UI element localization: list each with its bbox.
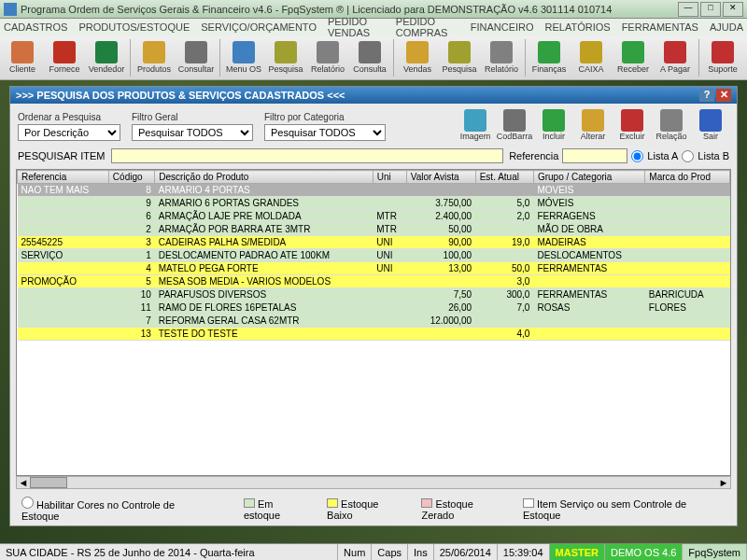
toolbar-finanças[interactable]: Finanças: [529, 37, 570, 78]
col-header[interactable]: Valor Avista: [406, 171, 475, 184]
action-sair[interactable]: Sair: [692, 109, 729, 141]
search-input[interactable]: [111, 148, 504, 163]
lista-a-radio[interactable]: [631, 150, 643, 162]
table-row[interactable]: 11RAMO DE FLORES 16PETALAS26,007,0ROSASF…: [18, 301, 730, 315]
toolbar-pesquisa[interactable]: Pesquisa: [265, 37, 306, 78]
close-button[interactable]: ✕: [723, 2, 743, 17]
menu-pedido compras[interactable]: PEDIDO COMPRAS: [396, 16, 459, 38]
table-row[interactable]: 13TESTE DO TESTE4,0: [18, 328, 730, 341]
table-row[interactable]: 10PARAFUSOS DIVERSOS7,50300,0FERRAMENTAS…: [18, 288, 730, 301]
table-row[interactable]: NAO TEM MAIS8ARMARIO 4 PORTASMOVEIS: [18, 184, 730, 197]
search-label: PESQUISAR ITEM: [18, 150, 106, 161]
menu-pedido vendas[interactable]: PEDIDO VENDAS: [328, 16, 385, 38]
table-row[interactable]: 255452253CADEIRAS PALHA S/MEDIDAUNI90,00…: [18, 236, 730, 249]
table-row[interactable]: 9ARMARIO 6 PORTAS GRANDES3.750,005,0MÓVE…: [18, 197, 730, 210]
ref-label: Referencia: [509, 150, 558, 161]
minimize-button[interactable]: —: [678, 2, 698, 17]
col-header[interactable]: Grupo / Categoria: [533, 171, 644, 184]
col-header[interactable]: Marca do Prod: [645, 171, 730, 184]
enable-colors-radio[interactable]: [21, 497, 34, 509]
toolbar-relatório[interactable]: Relatório: [481, 37, 522, 78]
products-grid[interactable]: ReferenciaCódigoDescrição do ProdutoUniV…: [16, 169, 731, 476]
statusbar: SUA CIDADE - RS 25 de Junho de 2014 - Qu…: [0, 543, 747, 560]
col-header[interactable]: Est. Atual: [475, 171, 533, 184]
table-row[interactable]: 2ARMAÇÃO POR BARRA ATE 3MTRMTR50,00MÃO D…: [18, 223, 730, 236]
filter-select[interactable]: Pesquisar TODOS: [132, 124, 253, 141]
lista-b-radio[interactable]: [682, 150, 694, 162]
menu-cadastros[interactable]: CADASTROS: [4, 21, 67, 33]
toolbar-a pagar[interactable]: A Pagar: [655, 37, 696, 78]
menu-produtos/estoque[interactable]: PRODUTOS/ESTOQUE: [78, 21, 190, 33]
toolbar-menu os[interactable]: Menu OS: [223, 37, 264, 78]
panel-help-button[interactable]: ?: [699, 89, 714, 102]
status-location: SUA CIDADE - RS 25 de Junho de 2014 - Qu…: [0, 544, 338, 560]
status-master: MASTER: [550, 544, 605, 560]
table-row[interactable]: SERVIÇO1DESLOCAMENTO PADRAO ATE 100KMUNI…: [18, 249, 730, 262]
action-alterar[interactable]: Alterar: [574, 109, 612, 141]
panel-title: >>> PESQUISA DOS PRODUTOS & SERVIÇOS CAD…: [16, 90, 699, 101]
app-icon: [4, 3, 17, 16]
action-relação[interactable]: Relação: [653, 109, 690, 141]
order-label: Ordenar a Pesquisa: [18, 112, 120, 122]
toolbar-receber[interactable]: Receber: [613, 37, 654, 78]
table-row[interactable]: 7REFORMA GERAL CASA 62MTR12.000,00: [18, 315, 730, 328]
toolbar-consulta[interactable]: Consulta: [349, 37, 390, 78]
cat-label: Filtro por Categoria: [264, 112, 386, 122]
action-excluir[interactable]: Excluir: [613, 109, 651, 141]
main-toolbar: ClienteForneceVendedorProdutosConsultarM…: [0, 35, 747, 80]
panel-titlebar: >>> PESQUISA DOS PRODUTOS & SERVIÇOS CAD…: [10, 87, 737, 104]
cat-select[interactable]: Pesquisar TODOS: [264, 124, 386, 141]
menu-relatórios[interactable]: RELATÓRIOS: [545, 21, 611, 33]
main-menubar: CADASTROSPRODUTOS/ESTOQUESERVIÇO/ORÇAMEN…: [0, 19, 747, 35]
menu-serviço/orçamento[interactable]: SERVIÇO/ORÇAMENTO: [201, 21, 317, 33]
search-panel: >>> PESQUISA DOS PRODUTOS & SERVIÇOS CAD…: [9, 86, 738, 526]
panel-close-button[interactable]: ✕: [716, 89, 731, 102]
toolbar-cliente[interactable]: Cliente: [2, 37, 43, 78]
action-imagem[interactable]: Imagem: [457, 109, 494, 141]
legend: Habilitar Cores no Controle de Estoque E…: [10, 493, 737, 525]
h-scrollbar[interactable]: ◄ ►: [16, 476, 731, 489]
action-incluir[interactable]: Incluir: [535, 109, 572, 141]
filter-label: Filtro Geral: [132, 112, 253, 122]
col-header[interactable]: Uni: [373, 171, 406, 184]
ref-input[interactable]: [562, 148, 627, 163]
toolbar-produtos[interactable]: Produtos: [134, 37, 175, 78]
table-row[interactable]: 4MATELO PEGA FORTEUNI13,0050,0FERRAMENTA…: [18, 262, 730, 275]
menu-ferramentas[interactable]: FERRAMENTAS: [622, 21, 698, 33]
toolbar-vendas[interactable]: Vendas: [397, 37, 438, 78]
col-header[interactable]: Descrição do Produto: [155, 171, 373, 184]
toolbar-consultar[interactable]: Consultar: [176, 37, 217, 78]
menu-financeiro[interactable]: FINANCEIRO: [471, 21, 534, 33]
menu-ajuda[interactable]: AJUDA: [710, 21, 743, 33]
toolbar-vendedor[interactable]: Vendedor: [86, 37, 127, 78]
table-row[interactable]: 6ARMAÇÃO LAJE PRE MOLDADAMTR2.400,002,0F…: [18, 210, 730, 223]
toolbar-pesquisa[interactable]: Pesquisa: [439, 37, 480, 78]
order-select[interactable]: Por Descrição: [18, 124, 120, 141]
table-row[interactable]: PROMOÇÃO5MESA SOB MEDIA - VARIOS MODELOS…: [18, 275, 730, 288]
toolbar-caixa[interactable]: CAIXA: [571, 37, 612, 78]
col-header[interactable]: Referencia: [18, 171, 109, 184]
action-codbarra[interactable]: CodBarra: [496, 109, 533, 141]
window-title: Programa Ordem de Serviços Gerais & Fina…: [21, 4, 678, 15]
maximize-button[interactable]: □: [700, 2, 721, 17]
toolbar-relatório[interactable]: Relatório: [307, 37, 348, 78]
col-header[interactable]: Código: [108, 171, 154, 184]
toolbar-suporte[interactable]: Suporte: [702, 37, 743, 78]
toolbar-fornece[interactable]: Fornece: [44, 37, 85, 78]
